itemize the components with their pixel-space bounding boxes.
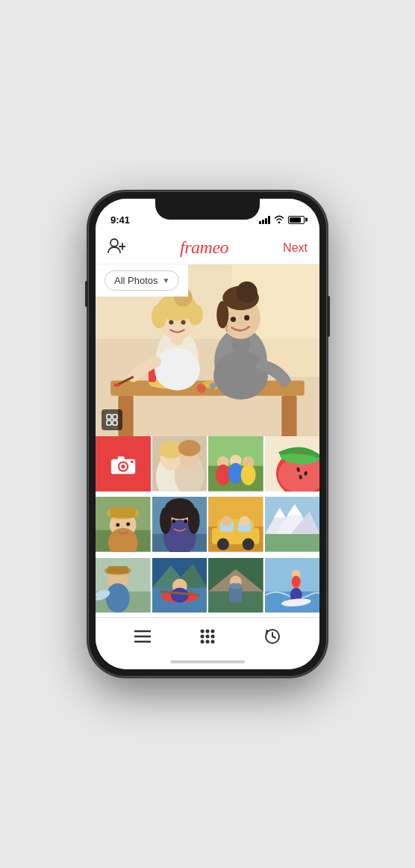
svg-point-32 <box>216 301 228 328</box>
svg-point-44 <box>121 465 125 468</box>
svg-point-33 <box>231 317 236 322</box>
svg-point-141 <box>210 634 214 638</box>
camera-tile[interactable] <box>96 436 151 492</box>
app-content: frameo Next All Photos ▼ <box>96 232 319 669</box>
svg-rect-74 <box>110 507 136 518</box>
svg-point-94 <box>222 516 232 527</box>
svg-point-118 <box>170 587 188 602</box>
home-bar <box>170 660 245 663</box>
svg-point-22 <box>169 320 173 324</box>
svg-point-137 <box>205 629 209 633</box>
thumbnail-2[interactable] <box>208 436 263 492</box>
svg-point-34 <box>244 315 249 320</box>
add-person-button[interactable] <box>107 238 125 258</box>
svg-rect-125 <box>231 583 241 589</box>
svg-point-85 <box>184 520 187 524</box>
svg-point-139 <box>200 634 204 638</box>
svg-point-62 <box>241 465 256 486</box>
tab-grid[interactable] <box>191 620 224 653</box>
svg-point-95 <box>240 516 250 527</box>
svg-point-53 <box>178 440 200 456</box>
main-photo-section: All Photos ▼ <box>96 264 319 436</box>
phone-screen: 9:41 <box>96 199 319 669</box>
svg-point-60 <box>228 463 243 484</box>
svg-point-46 <box>131 460 134 463</box>
thumbnail-7[interactable] <box>265 497 320 552</box>
filter-bar: All Photos ▼ <box>96 264 188 297</box>
thumbnail-4[interactable] <box>96 497 151 552</box>
svg-point-84 <box>172 520 175 524</box>
svg-point-142 <box>200 639 204 643</box>
thumbnail-1[interactable] <box>152 436 208 492</box>
status-icons <box>259 215 305 225</box>
svg-point-140 <box>205 634 209 638</box>
svg-point-20 <box>188 304 203 325</box>
svg-point-76 <box>126 523 130 527</box>
battery-icon <box>288 216 305 224</box>
tab-menu[interactable] <box>126 620 159 653</box>
next-button[interactable]: Next <box>283 241 308 255</box>
thumbnail-8[interactable] <box>96 558 151 613</box>
svg-rect-97 <box>265 534 320 552</box>
thumbnail-6[interactable] <box>208 497 263 552</box>
app-logo: frameo <box>180 238 228 258</box>
photo-select-icon[interactable] <box>102 409 122 430</box>
svg-rect-40 <box>113 421 117 425</box>
signal-icon <box>259 215 270 224</box>
svg-point-58 <box>216 465 231 486</box>
svg-point-144 <box>210 639 214 643</box>
svg-rect-8 <box>281 396 296 436</box>
svg-rect-39 <box>107 421 111 425</box>
tab-history[interactable] <box>256 620 289 653</box>
svg-point-35 <box>197 384 206 393</box>
home-indicator <box>96 654 319 669</box>
svg-point-106 <box>106 583 130 613</box>
svg-point-75 <box>116 524 119 527</box>
wifi-icon <box>274 215 284 225</box>
svg-point-19 <box>152 304 166 328</box>
thumbnail-3[interactable] <box>265 436 320 492</box>
status-time: 9:41 <box>110 214 130 226</box>
svg-point-31 <box>237 282 258 303</box>
svg-point-92 <box>217 539 229 551</box>
svg-rect-108 <box>107 566 128 574</box>
svg-point-25 <box>113 384 119 387</box>
svg-rect-45 <box>118 456 125 460</box>
svg-point-36 <box>210 383 216 389</box>
svg-point-82 <box>159 507 171 534</box>
svg-rect-37 <box>107 415 111 419</box>
thumbnail-grid <box>96 436 319 617</box>
svg-rect-38 <box>113 415 117 419</box>
all-photos-dropdown[interactable]: All Photos ▼ <box>104 270 179 291</box>
svg-point-136 <box>200 629 204 633</box>
svg-point-23 <box>181 320 186 324</box>
svg-point-143 <box>205 639 209 643</box>
chevron-down-icon: ▼ <box>163 276 170 285</box>
thumbnail-11[interactable] <box>265 558 320 613</box>
svg-point-27 <box>213 351 268 400</box>
svg-point-0 <box>110 239 118 247</box>
svg-point-15 <box>155 348 200 391</box>
svg-point-93 <box>243 539 255 551</box>
thumbnail-9[interactable] <box>152 558 208 613</box>
notch <box>155 199 260 220</box>
thumbnail-10[interactable] <box>208 558 263 613</box>
app-header: frameo Next <box>96 232 319 264</box>
svg-point-132 <box>291 575 300 587</box>
svg-point-83 <box>187 507 199 534</box>
phone-frame: 9:41 <box>88 191 327 677</box>
tab-bar <box>96 617 319 654</box>
filter-label: All Photos <box>114 275 158 286</box>
svg-point-138 <box>210 629 214 633</box>
thumbnail-5[interactable] <box>152 497 208 552</box>
